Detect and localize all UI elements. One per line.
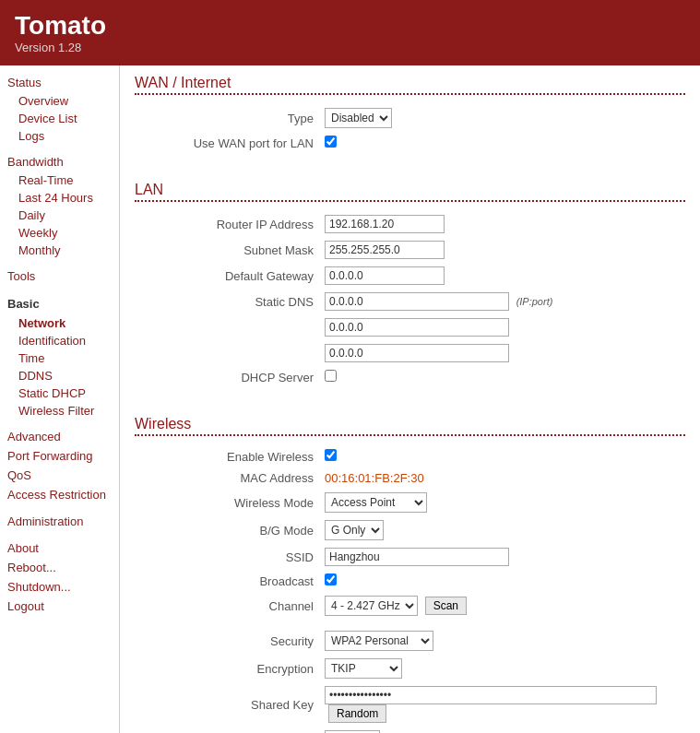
sidebar-item-realtime[interactable]: Real-Time [0,171,119,189]
security-label: Security [135,627,319,655]
bg-mode-select[interactable]: G Only B Only B+G [325,520,384,540]
subnet-mask-label: Subnet Mask [135,237,319,263]
static-dns2-input[interactable] [325,318,509,337]
wireless-mode-label: Wireless Mode [135,489,319,516]
broadcast-label: Broadcast [135,570,319,592]
sidebar-item-time[interactable]: Time [0,349,119,367]
ssid-label: SSID [135,544,319,570]
mac-address-value: 00:16:01:FB:2F:30 [325,471,424,485]
sidebar-item-administration[interactable]: Administration [0,512,119,531]
sidebar-item-network[interactable]: Network [0,314,119,332]
sidebar-item-static-dhcp[interactable]: Static DHCP [0,384,119,402]
default-gateway-row: Default Gateway [135,263,685,289]
dhcp-server-checkbox[interactable] [325,370,337,382]
lan-form-table: Router IP Address Subnet Mask Default Ga… [135,211,685,388]
shared-key-row: Shared Key Random [135,682,685,727]
sidebar-item-weekly[interactable]: Weekly [0,224,119,242]
encryption-select[interactable]: TKIP AES TKIP+AES [325,658,402,679]
group-key-renewal-label: Group Key Renewal [135,727,319,733]
bg-mode-row: B/G Mode G Only B Only B+G [135,516,685,544]
sidebar-item-bandwidth[interactable]: Bandwidth [0,152,119,171]
sidebar-item-about[interactable]: About [0,538,119,558]
enable-wireless-label: Enable Wireless [135,445,319,467]
channel-label: Channel [135,592,319,620]
shared-key-input[interactable] [325,686,657,704]
lan-section-header: LAN [135,182,685,202]
mac-address-row: MAC Address 00:16:01:FB:2F:30 [135,467,685,489]
default-gateway-label: Default Gateway [135,263,319,289]
sidebar-item-reboot[interactable]: Reboot... [0,558,119,577]
wan-use-lan-label: Use WAN port for LAN [135,132,319,154]
static-dns-label: Static DNS [135,289,319,314]
sidebar-section-basic: Basic [0,293,119,314]
app-header: Tomato Version 1.28 [0,0,700,65]
wan-type-select[interactable]: Disabled DHCP Static PPPoE [325,108,392,128]
wan-form-table: Type Disabled DHCP Static PPPoE Use WAN … [135,104,685,154]
subnet-mask-row: Subnet Mask [135,237,685,263]
security-select[interactable]: Disabled WPA Personal WPA2 Personal WPA … [325,631,433,651]
wan-use-lan-checkbox[interactable] [325,136,337,148]
sidebar-item-wireless-filter[interactable]: Wireless Filter [0,402,119,420]
sidebar-item-tools[interactable]: Tools [0,266,119,286]
sidebar-item-last24[interactable]: Last 24 Hours [0,189,119,207]
sidebar: Status Overview Device List Logs Bandwid… [0,65,120,733]
sidebar-item-qos[interactable]: QoS [0,466,119,485]
dhcp-server-row: DHCP Server [135,366,685,388]
static-dns1-input[interactable] [325,292,509,311]
random-button[interactable]: Random [328,704,386,723]
router-ip-label: Router IP Address [135,211,319,237]
mac-address-label: MAC Address [135,467,319,489]
default-gateway-input[interactable] [325,266,445,285]
subnet-mask-input[interactable] [325,241,445,259]
spacer-row [135,620,685,627]
sidebar-item-shutdown[interactable]: Shutdown... [0,577,119,597]
ssid-row: SSID [135,544,685,570]
sidebar-item-advanced[interactable]: Advanced [0,427,119,446]
wan-section-header: WAN / Internet [135,75,685,95]
enable-wireless-row: Enable Wireless [135,445,685,467]
sidebar-item-identification[interactable]: Identification [0,332,119,349]
static-dns3-input[interactable] [325,344,509,362]
wireless-mode-row: Wireless Mode Access Point Wireless Clie… [135,489,685,516]
router-ip-row: Router IP Address [135,211,685,237]
ip-port-hint: (IP:port) [516,296,553,307]
channel-row: Channel 1 - 2.412 GHz 2 - 2.417 GHz 3 - … [135,592,685,620]
dhcp-server-label: DHCP Server [135,366,319,388]
wan-type-row: Type Disabled DHCP Static PPPoE [135,104,685,132]
channel-select[interactable]: 1 - 2.412 GHz 2 - 2.417 GHz 3 - 2.422 GH… [325,596,418,616]
wireless-mode-select[interactable]: Access Point Wireless Client Wireless Br… [325,492,427,513]
ssid-input[interactable] [325,548,509,566]
static-dns1-row: Static DNS (IP:port) [135,289,685,314]
sidebar-item-access-restriction[interactable]: Access Restriction [0,485,119,504]
main-content: WAN / Internet Type Disabled DHCP Static… [120,65,700,733]
static-dns3-row [135,340,685,366]
sidebar-item-ddns[interactable]: DDNS [0,367,119,384]
router-ip-input[interactable] [325,215,445,233]
sidebar-item-overview[interactable]: Overview [0,92,119,110]
app-version: Version 1.28 [15,41,685,54]
scan-button[interactable]: Scan [425,597,467,615]
sidebar-item-monthly[interactable]: Monthly [0,242,119,259]
sidebar-item-daily[interactable]: Daily [0,207,119,224]
shared-key-label: Shared Key [135,682,319,727]
sidebar-item-status[interactable]: Status [0,73,119,92]
enable-wireless-checkbox[interactable] [325,449,337,461]
wan-use-lan-row: Use WAN port for LAN [135,132,685,154]
wan-type-label: Type [135,104,319,132]
security-row: Security Disabled WPA Personal WPA2 Pers… [135,627,685,655]
broadcast-checkbox[interactable] [325,573,337,585]
static-dns2-row [135,314,685,340]
sidebar-item-logout[interactable]: Logout [0,597,119,616]
group-key-renewal-row: Group Key Renewal (seconds) [135,727,685,733]
sidebar-item-logs[interactable]: Logs [0,127,119,145]
wireless-section-header: Wireless [135,416,685,436]
sidebar-item-port-forwarding[interactable]: Port Forwarding [0,446,119,466]
wireless-form-table: Enable Wireless MAC Address 00:16:01:FB:… [135,445,685,733]
sidebar-item-device-list[interactable]: Device List [0,110,119,127]
bg-mode-label: B/G Mode [135,516,319,544]
encryption-row: Encryption TKIP AES TKIP+AES [135,655,685,682]
encryption-label: Encryption [135,655,319,682]
broadcast-row: Broadcast [135,570,685,592]
app-title: Tomato [15,11,685,41]
